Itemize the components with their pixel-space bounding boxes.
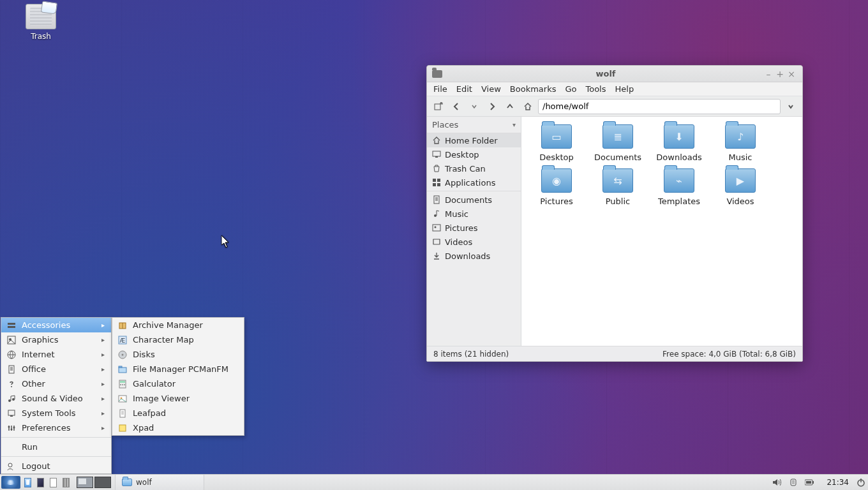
svg-rect-2 bbox=[435, 156, 438, 158]
menu-edit[interactable]: Edit bbox=[456, 84, 472, 94]
sidebar-item-music[interactable]: Music bbox=[427, 207, 521, 221]
menu-item-internet[interactable]: Internet▸ bbox=[1, 347, 111, 362]
menu-item-label: Office bbox=[22, 364, 46, 374]
chevron-right-icon: ▸ bbox=[101, 424, 105, 431]
chevron-right-icon: ▸ bbox=[101, 336, 105, 343]
disks-icon bbox=[117, 350, 128, 360]
menu-tools[interactable]: Tools bbox=[585, 84, 606, 94]
apps-icon bbox=[432, 178, 441, 187]
sidebar-item-label: Documents bbox=[445, 195, 492, 205]
folder-templates[interactable]: ⌁Templates bbox=[650, 168, 708, 206]
up-button[interactable] bbox=[502, 99, 518, 114]
titlebar[interactable]: wolf – + × bbox=[427, 66, 802, 82]
pictures-icon bbox=[432, 223, 441, 232]
menu-view[interactable]: View bbox=[481, 84, 501, 94]
home-button[interactable] bbox=[520, 99, 535, 114]
folder-documents[interactable]: ≣Documents bbox=[589, 124, 647, 162]
sidebar-item-documents[interactable]: Documents bbox=[427, 193, 521, 207]
svg-rect-3 bbox=[433, 179, 436, 182]
trash-icon bbox=[26, 4, 56, 29]
submenu-item-disks[interactable]: Disks bbox=[112, 347, 244, 362]
sidebar-item-home-folder[interactable]: Home Folder bbox=[427, 133, 521, 147]
menu-item-label: Sound & Video bbox=[22, 394, 83, 403]
quicklaunch-browser[interactable] bbox=[47, 475, 60, 490]
folder-icon bbox=[122, 479, 132, 486]
submenu-item-xpad[interactable]: Xpad bbox=[112, 420, 244, 435]
sidebar-item-trash-can[interactable]: Trash Can bbox=[427, 161, 521, 175]
path-input[interactable] bbox=[542, 101, 776, 111]
sidebar-header[interactable]: Places ▾ bbox=[427, 117, 521, 133]
path-bar[interactable] bbox=[538, 99, 781, 114]
forward-button[interactable] bbox=[484, 99, 500, 114]
menu-item-logout[interactable]: Logout bbox=[1, 459, 111, 473]
start-menu-button[interactable] bbox=[1, 476, 20, 489]
menu-bookmarks[interactable]: Bookmarks bbox=[510, 84, 557, 94]
taskbar-task-wolf[interactable]: wolf bbox=[115, 475, 204, 490]
network-icon[interactable] bbox=[788, 477, 798, 487]
submenu-item-label: Character Map bbox=[133, 335, 194, 345]
folder-public[interactable]: ⇆Public bbox=[589, 168, 647, 206]
icon-view[interactable]: ▭Desktop≣Documents⬇Downloads♪Music◉Pictu… bbox=[521, 117, 802, 346]
folder-label: Videos bbox=[726, 197, 754, 206]
videos-icon bbox=[432, 237, 441, 246]
menu-go[interactable]: Go bbox=[565, 84, 576, 94]
minimize-button[interactable]: – bbox=[763, 70, 774, 78]
window-title: wolf bbox=[449, 69, 763, 78]
menu-item-office[interactable]: Office▸ bbox=[1, 362, 111, 376]
submenu-item-character-map[interactable]: ÆCharacter Map bbox=[112, 332, 244, 347]
submenu-item-archive-manager[interactable]: Archive Manager bbox=[112, 318, 244, 332]
quicklaunch-filemanager[interactable] bbox=[22, 475, 34, 490]
taskbar-clock[interactable]: 21:34 bbox=[821, 475, 854, 490]
workspace-1[interactable] bbox=[77, 477, 93, 488]
sidebar-item-videos[interactable]: Videos bbox=[427, 235, 521, 249]
menu-item-preferences[interactable]: Preferences▸ bbox=[1, 420, 111, 435]
status-left: 8 items (21 hidden) bbox=[433, 350, 509, 359]
taskbar: wolf 21:34 bbox=[0, 474, 868, 490]
menu-help[interactable]: Help bbox=[615, 84, 634, 94]
close-button[interactable]: × bbox=[786, 70, 797, 78]
svg-rect-32 bbox=[119, 368, 126, 373]
desktop-icon-trash[interactable]: Trash bbox=[18, 4, 64, 41]
maximize-button[interactable]: + bbox=[774, 70, 786, 78]
music-icon bbox=[432, 209, 441, 218]
sidebar-item-downloads[interactable]: Downloads bbox=[427, 249, 521, 263]
back-button[interactable] bbox=[449, 99, 464, 114]
submenu-item-galculator[interactable]: Galculator bbox=[112, 376, 244, 391]
svg-rect-7 bbox=[434, 196, 439, 204]
menu-item-label: Preferences bbox=[22, 423, 70, 433]
workspace-2[interactable] bbox=[94, 477, 111, 488]
folder-desktop[interactable]: ▭Desktop bbox=[528, 124, 585, 162]
volume-icon[interactable] bbox=[772, 477, 782, 487]
menu-item-system-tools[interactable]: System Tools▸ bbox=[1, 406, 111, 420]
submenu-item-image-viewer[interactable]: Image Viewer bbox=[112, 391, 244, 406]
folder-music[interactable]: ♪Music bbox=[712, 124, 769, 162]
shutdown-button[interactable] bbox=[854, 475, 868, 490]
menu-item-accessories[interactable]: Accessories▸ bbox=[1, 318, 111, 332]
quicklaunch-terminal[interactable] bbox=[34, 475, 47, 490]
menu-item-sound-video[interactable]: Sound & Video▸ bbox=[1, 391, 111, 406]
menu-item-run[interactable]: Run bbox=[1, 440, 111, 454]
history-button[interactable] bbox=[467, 99, 482, 114]
sidebar-item-pictures[interactable]: Pictures bbox=[427, 221, 521, 235]
menu-item-graphics[interactable]: Graphics▸ bbox=[1, 332, 111, 347]
folder-pictures[interactable]: ◉Pictures bbox=[528, 168, 585, 206]
quicklaunch-show-desktop[interactable] bbox=[60, 475, 73, 490]
statusbar: 8 items (21 hidden) Free space: 4,0 GiB … bbox=[427, 346, 802, 361]
new-tab-button[interactable] bbox=[431, 99, 446, 114]
folder-videos[interactable]: ▶Videos bbox=[712, 168, 769, 206]
menu-item-other[interactable]: Other▸ bbox=[1, 376, 111, 391]
app-menu: Accessories▸Graphics▸Internet▸Office▸Oth… bbox=[1, 317, 112, 474]
submenu-item-leafpad[interactable]: Leafpad bbox=[112, 406, 244, 420]
menu-file[interactable]: File bbox=[433, 84, 447, 94]
graphics-icon bbox=[6, 335, 17, 345]
go-button[interactable] bbox=[783, 99, 798, 114]
sidebar-item-applications[interactable]: Applications bbox=[427, 175, 521, 189]
chevron-right-icon: ▸ bbox=[101, 410, 105, 417]
folder-downloads[interactable]: ⬇Downloads bbox=[650, 124, 708, 162]
sidebar-item-label: Home Folder bbox=[445, 136, 498, 145]
svg-point-20 bbox=[12, 398, 15, 401]
svg-rect-4 bbox=[437, 179, 440, 182]
submenu-item-file-manager-pcmanfm[interactable]: File Manager PCManFM bbox=[112, 362, 244, 376]
sidebar-item-desktop[interactable]: Desktop bbox=[427, 147, 521, 161]
battery-icon[interactable] bbox=[805, 477, 815, 487]
